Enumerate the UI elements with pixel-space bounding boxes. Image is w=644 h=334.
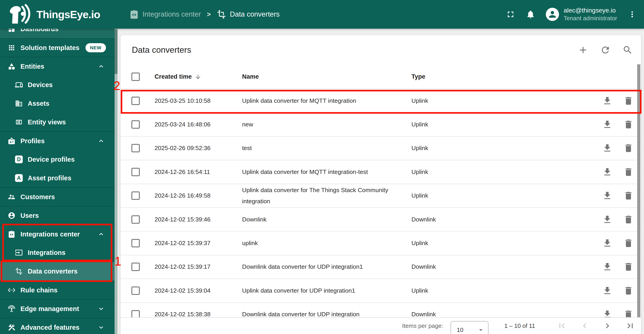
delete-converter-button[interactable]: [623, 167, 634, 177]
user-role: Tenant administrator: [564, 14, 617, 22]
row-checkbox[interactable]: [132, 120, 140, 129]
download-converter-button[interactable]: [602, 119, 612, 130]
sidebar-item-edge-management[interactable]: Edge management: [0, 299, 114, 318]
row-checkbox[interactable]: [132, 97, 140, 105]
column-header-type[interactable]: Type: [412, 73, 552, 80]
sidebar-item-device-profiles[interactable]: DDevice profiles: [0, 150, 114, 169]
page-size-select[interactable]: 10: [450, 321, 488, 334]
download-converter-button[interactable]: [602, 238, 612, 248]
sidebar-item-solution-templates[interactable]: Solution templatesNEW: [0, 38, 114, 57]
table-row[interactable]: 2024-12-26 16:54:11Uplink data converter…: [120, 160, 641, 184]
delete-converter-button[interactable]: [623, 96, 634, 106]
sidebar-scrollbar-thumb[interactable]: [114, 30, 118, 74]
sidebar-item-asset-profiles[interactable]: AAsset profiles: [0, 169, 114, 187]
sidebar-item-advanced-features[interactable]: Advanced features: [0, 318, 114, 334]
row-checkbox[interactable]: [132, 239, 140, 247]
sidebar-item-customers[interactable]: Customers: [0, 187, 114, 206]
table-row[interactable]: 2024-12-02 15:39:37uplinkUplink: [120, 232, 641, 255]
refresh-button[interactable]: [600, 45, 610, 55]
sidebar-item-dashboards[interactable]: Dashboards: [0, 29, 114, 38]
app-header: ThingsEye.io Integrations center > Data …: [0, 0, 644, 29]
last-page-button[interactable]: [625, 321, 635, 331]
type-cell: Uplink: [412, 192, 552, 199]
notifications-button[interactable]: [526, 10, 535, 19]
download-converter-button[interactable]: [602, 96, 612, 106]
download-converter-button[interactable]: [602, 143, 612, 153]
download-converter-button[interactable]: [602, 190, 612, 201]
new-badge: NEW: [86, 43, 106, 52]
sidebar-item-users[interactable]: Users: [0, 206, 114, 225]
first-page-button[interactable]: [557, 321, 567, 331]
badge-icon: [8, 137, 16, 145]
integrations-center-icon: [129, 10, 139, 19]
download-converter-button[interactable]: [602, 286, 612, 296]
name-cell: Uplink data converter for The Things Sta…: [242, 184, 412, 207]
download-converter-button[interactable]: [602, 214, 612, 225]
row-checkbox[interactable]: [132, 144, 140, 152]
delete-converter-button[interactable]: [623, 238, 634, 248]
sidebar-item-assets[interactable]: Assets: [0, 94, 114, 113]
delete-converter-button[interactable]: [623, 262, 634, 272]
breadcrumb-integrations-center[interactable]: Integrations center: [129, 10, 201, 19]
type-cell: Uplink: [412, 97, 552, 104]
sidebar-item-integrations-center[interactable]: Integrations center: [0, 225, 114, 243]
row-checkbox[interactable]: [132, 286, 140, 295]
table-row[interactable]: 2024-12-02 15:39:46DownlinkDownlink: [120, 208, 641, 232]
delete-converter-button[interactable]: [623, 119, 634, 130]
data-converters-card: Data converters Created time Name Type 2…: [120, 35, 641, 334]
sidebar-item-label: Advanced features: [20, 324, 80, 331]
brand[interactable]: ThingsEye.io: [0, 4, 118, 24]
account-menu[interactable]: alec@thingseye.io Tenant administrator: [546, 6, 617, 22]
table-scrollbar-thumb[interactable]: [637, 64, 640, 318]
table-row[interactable]: 2025-02-26 09:52:36testUplink: [120, 137, 641, 160]
sort-desc-icon: [194, 74, 202, 80]
column-header-created-time[interactable]: Created time: [154, 73, 242, 80]
delete-converter-button[interactable]: [623, 286, 634, 296]
delete-converter-button[interactable]: [623, 143, 634, 153]
name-cell: Uplink data converter for UDP integratio…: [242, 285, 412, 296]
fullscreen-button[interactable]: [506, 10, 515, 19]
table-row[interactable]: 2024-12-02 15:39:17Downlink data convert…: [120, 255, 641, 279]
delete-converter-button[interactable]: [623, 214, 634, 225]
table-row[interactable]: 2025-03-24 16:48:06newUplink: [120, 113, 641, 136]
name-cell: Uplink data converter for MQTT integrati…: [242, 166, 412, 178]
row-checkbox[interactable]: [132, 168, 140, 176]
sidebar-scrollbar[interactable]: [114, 29, 118, 334]
more-menu-button[interactable]: [628, 10, 637, 19]
paginator: Items per page: 10 1 – 10 of 11: [120, 317, 641, 334]
select-all-checkbox[interactable]: [132, 72, 140, 81]
sidebar-item-label: Entities: [20, 63, 44, 70]
type-cell: Uplink: [412, 240, 552, 247]
previous-page-button[interactable]: [580, 321, 590, 331]
row-checkbox[interactable]: [132, 192, 140, 200]
column-header-name[interactable]: Name: [242, 73, 412, 80]
page-size-value: 10: [457, 326, 464, 334]
delete-converter-button[interactable]: [623, 190, 634, 201]
sidebar-item-rule-chains[interactable]: Rule chains: [0, 280, 114, 299]
sidebar-item-integrations[interactable]: Integrations: [0, 243, 114, 262]
sidebar-item-entity-views[interactable]: Entity views: [0, 113, 114, 132]
sidebar-item-profiles[interactable]: Profiles: [0, 132, 114, 150]
antenna-icon: [8, 305, 16, 313]
table-row[interactable]: 2024-12-02 15:39:04Uplink data converter…: [120, 279, 641, 302]
download-converter-button[interactable]: [602, 262, 612, 272]
next-page-button[interactable]: [602, 321, 612, 331]
table-row[interactable]: 2024-12-26 16:49:58Uplink data converter…: [120, 184, 641, 208]
row-checkbox[interactable]: [132, 262, 140, 271]
row-checkbox[interactable]: [132, 215, 140, 224]
sidebar-item-data-converters[interactable]: Data converters: [0, 262, 114, 280]
name-cell: Uplink data converter for MQTT integrati…: [242, 95, 412, 106]
table-row[interactable]: 2025-03-25 10:10:58Uplink data converter…: [120, 89, 641, 113]
sidebar-item-entities[interactable]: Entities: [0, 57, 114, 76]
sidebar-item-devices[interactable]: Devices: [0, 76, 114, 94]
breadcrumb-label: Integrations center: [142, 10, 201, 18]
add-converter-button[interactable]: [578, 45, 588, 55]
construction-icon: [8, 324, 16, 331]
search-button[interactable]: [622, 45, 633, 55]
download-converter-button[interactable]: [602, 167, 612, 177]
user-email: alec@thingseye.io: [564, 6, 617, 14]
created-time-cell: 2024-12-02 15:39:04: [154, 287, 242, 294]
device-profile-icon: D: [15, 156, 23, 163]
breadcrumb-data-converters[interactable]: Data converters: [217, 10, 280, 19]
view-quilt-icon: [15, 118, 23, 126]
